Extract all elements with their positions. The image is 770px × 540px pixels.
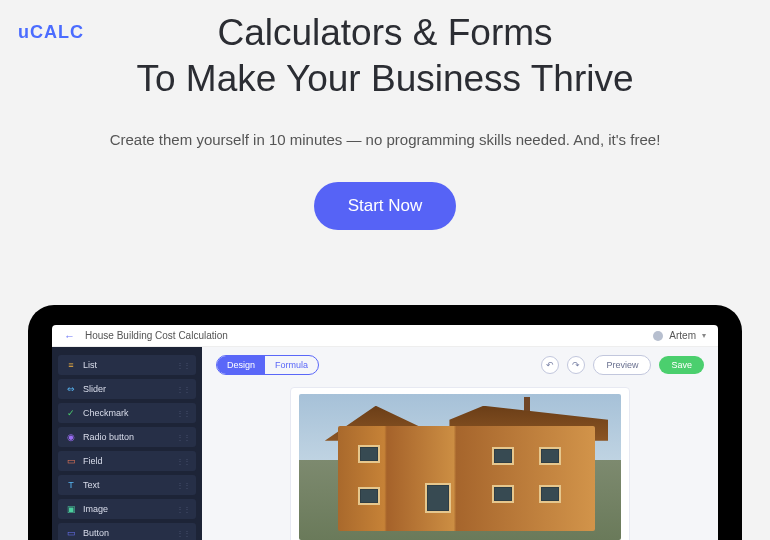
app-screen: ← House Building Cost Calculation Artem … xyxy=(52,325,718,540)
preview-button[interactable]: Preview xyxy=(593,355,651,375)
form-card[interactable] xyxy=(290,387,630,540)
sidebar-item-field[interactable]: ▭ Field ⋮⋮ xyxy=(58,451,196,471)
sidebar-item-text[interactable]: T Text ⋮⋮ xyxy=(58,475,196,495)
start-now-button[interactable]: Start Now xyxy=(314,182,457,230)
chevron-down-icon: ▾ xyxy=(702,331,706,340)
drag-handle-icon: ⋮⋮ xyxy=(176,433,190,442)
drag-handle-icon: ⋮⋮ xyxy=(176,457,190,466)
sidebar-item-label: Field xyxy=(83,456,103,466)
hero-title-line2: To Make Your Business Thrive xyxy=(136,58,633,99)
device-mockup: ← House Building Cost Calculation Artem … xyxy=(28,305,742,540)
component-sidebar: ≡ List ⋮⋮ ⇔ Slider ⋮⋮ ✓ Checkmark ⋮⋮ ◉ R… xyxy=(52,347,202,540)
sidebar-item-label: Image xyxy=(83,504,108,514)
hero-section: Calculators & Forms To Make Your Busines… xyxy=(0,0,770,230)
drag-handle-icon: ⋮⋮ xyxy=(176,409,190,418)
sidebar-item-label: Text xyxy=(83,480,100,490)
app-main: ≡ List ⋮⋮ ⇔ Slider ⋮⋮ ✓ Checkmark ⋮⋮ ◉ R… xyxy=(52,347,718,540)
hero-title: Calculators & Forms To Make Your Busines… xyxy=(0,10,770,103)
sidebar-item-label: Button xyxy=(83,528,109,538)
sidebar-item-label: Radio button xyxy=(83,432,134,442)
drag-handle-icon: ⋮⋮ xyxy=(176,385,190,394)
hero-subtitle: Create them yourself in 10 minutes — no … xyxy=(0,131,770,148)
drag-handle-icon: ⋮⋮ xyxy=(176,529,190,538)
avatar-icon xyxy=(653,331,663,341)
tab-design[interactable]: Design xyxy=(217,356,265,374)
sidebar-item-checkmark[interactable]: ✓ Checkmark ⋮⋮ xyxy=(58,403,196,423)
sidebar-item-image[interactable]: ▣ Image ⋮⋮ xyxy=(58,499,196,519)
user-name: Artem xyxy=(669,330,696,341)
sidebar-item-slider[interactable]: ⇔ Slider ⋮⋮ xyxy=(58,379,196,399)
text-icon: T xyxy=(66,480,76,490)
list-icon: ≡ xyxy=(66,360,76,370)
radio-icon: ◉ xyxy=(66,432,76,442)
drag-handle-icon: ⋮⋮ xyxy=(176,361,190,370)
button-icon: ▭ xyxy=(66,528,76,538)
redo-button[interactable]: ↷ xyxy=(567,356,585,374)
house-body xyxy=(338,426,596,531)
sidebar-item-list[interactable]: ≡ List ⋮⋮ xyxy=(58,355,196,375)
slider-icon: ⇔ xyxy=(66,384,76,394)
checkmark-icon: ✓ xyxy=(66,408,76,418)
save-button[interactable]: Save xyxy=(659,356,704,374)
undo-button[interactable]: ↶ xyxy=(541,356,559,374)
back-button[interactable]: ← xyxy=(64,330,75,342)
sidebar-item-label: Slider xyxy=(83,384,106,394)
project-title: House Building Cost Calculation xyxy=(85,330,653,341)
drag-handle-icon: ⋮⋮ xyxy=(176,505,190,514)
sidebar-item-button[interactable]: ▭ Button ⋮⋮ xyxy=(58,523,196,540)
editor-canvas: Design Formula ↶ ↷ Preview Save xyxy=(202,347,718,540)
canvas-body[interactable] xyxy=(202,383,718,540)
sidebar-item-label: Checkmark xyxy=(83,408,129,418)
canvas-toolbar: Design Formula ↶ ↷ Preview Save xyxy=(202,347,718,383)
brand-logo[interactable]: uCALC xyxy=(18,22,84,43)
field-icon: ▭ xyxy=(66,456,76,466)
hero-title-line1: Calculators & Forms xyxy=(217,12,552,53)
house-chimney xyxy=(524,397,530,411)
image-icon: ▣ xyxy=(66,504,76,514)
user-menu[interactable]: Artem ▾ xyxy=(653,330,706,341)
sidebar-item-label: List xyxy=(83,360,97,370)
drag-handle-icon: ⋮⋮ xyxy=(176,481,190,490)
sidebar-item-radio[interactable]: ◉ Radio button ⋮⋮ xyxy=(58,427,196,447)
house-image xyxy=(299,394,621,540)
mode-toggle: Design Formula xyxy=(216,355,319,375)
tab-formula[interactable]: Formula xyxy=(265,356,318,374)
app-topbar: ← House Building Cost Calculation Artem … xyxy=(52,325,718,347)
